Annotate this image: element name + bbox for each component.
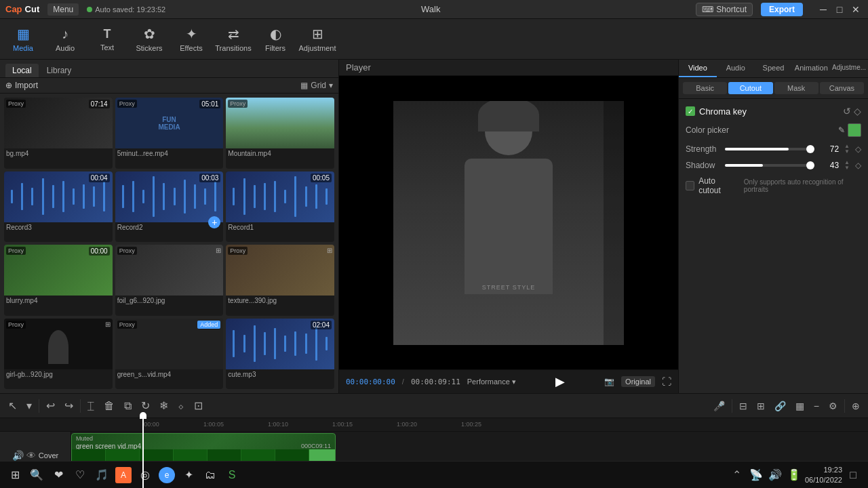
minus-button[interactable]: − [811, 399, 822, 413]
shortcut-button[interactable]: ⌨ Shortcut [696, 3, 753, 16]
tab-audio[interactable]: Audio [717, 60, 755, 77]
media-item-foil[interactable]: Proxy ⊞ foil_g6...920.jpg [115, 245, 224, 316]
tab-speed[interactable]: Speed [755, 60, 793, 77]
media-item-blurry[interactable]: 00:00 Proxy blurry.mp4 [4, 245, 113, 316]
group-button[interactable]: ▦ [793, 399, 807, 413]
mic-button[interactable]: 🎤 [711, 399, 728, 413]
split-right-button[interactable]: ⊟ [736, 399, 750, 413]
zoom-fit-button[interactable]: ⊕ [849, 399, 863, 413]
tab-library[interactable]: Library [40, 64, 79, 77]
filters-icon: ◐ [270, 26, 281, 42]
strength-slider[interactable] [725, 148, 813, 150]
menu-button[interactable]: Menu [47, 3, 79, 16]
undo-button[interactable]: ↩ [43, 398, 58, 413]
media-duration: 07:14 [89, 100, 110, 108]
strength-down-arrow[interactable]: ▼ [844, 149, 850, 155]
toolbar-media[interactable]: ▦ Media [3, 21, 43, 58]
loop-button[interactable]: ↻ [138, 398, 153, 413]
tab-adjustment[interactable]: Adjustme... [830, 60, 868, 77]
battery-icon[interactable]: 🔋 [786, 467, 802, 483]
media-item-record1[interactable]: 00:05 Record1 [226, 171, 334, 243]
media-item-funmedia[interactable]: FUNMEDIA 05:01 Proxy 5minut...ree.mp4 [115, 98, 224, 169]
taskbar-app-5[interactable]: ◎ [137, 467, 153, 483]
volume-icon[interactable]: 🔊 [767, 467, 783, 483]
media-item-record2[interactable]: 00:03 + Record2 [115, 171, 224, 243]
strength-thumb[interactable] [806, 145, 814, 153]
minimize-button[interactable]: ─ [816, 4, 830, 15]
delete-button[interactable]: 🗑 [101, 399, 117, 413]
autocutout-checkbox[interactable] [686, 181, 694, 190]
toolbar-transitions[interactable]: ⇄ Transitions [213, 21, 254, 58]
arrow-down-button[interactable]: ▾ [24, 398, 35, 413]
performance-dropdown[interactable]: Performance ▾ [467, 378, 516, 386]
media-item-texture[interactable]: Proxy ⊞ texture...390.jpg [226, 245, 334, 316]
color-swatch[interactable] [848, 123, 861, 137]
toolbar-text[interactable]: T Text [87, 21, 127, 58]
link-button[interactable]: 🔗 [772, 399, 789, 413]
eyedropper-button[interactable]: ✎ [838, 123, 845, 137]
shadow-slider[interactable] [725, 164, 813, 167]
taskbar-app-8[interactable]: 🗂 [202, 467, 218, 483]
media-item-girl[interactable]: Proxy ⊞ girl-gb...920.jpg [4, 319, 113, 390]
media-item-cute[interactable]: 02:04 cute.mp3 [226, 319, 334, 390]
chromakey-checkbox[interactable]: ✓ [686, 106, 695, 116]
copy-button[interactable]: ⧉ [121, 399, 134, 413]
split-button[interactable]: ⌶ [85, 399, 97, 413]
tab-local[interactable]: Local [5, 64, 39, 77]
shadow-reset[interactable]: ◇ [855, 161, 861, 170]
subtab-canvas[interactable]: Canvas [820, 82, 864, 94]
reset-button[interactable]: ↺ [843, 106, 851, 117]
shadow-down-arrow[interactable]: ▼ [844, 165, 850, 171]
taskbar-app-1[interactable]: ❤ [50, 467, 66, 483]
subtab-cutout[interactable]: Cutout [728, 82, 772, 94]
taskbar-app-4[interactable]: A [115, 467, 132, 483]
notification-button[interactable]: □ [845, 467, 861, 483]
export-button[interactable]: Export [761, 3, 803, 16]
network-icon[interactable]: 📡 [748, 467, 764, 483]
text-icon: T [104, 27, 111, 41]
subtab-basic[interactable]: Basic [683, 82, 727, 94]
strength-label: Strength [686, 144, 719, 154]
search-taskbar-button[interactable]: 🔍 [28, 467, 45, 483]
media-item-bg[interactable]: 07:14 Proxy bg.mp4 [4, 98, 113, 169]
close-button[interactable]: ✕ [849, 4, 863, 15]
toolbar-effects[interactable]: ✦ Effects [171, 21, 212, 58]
original-button[interactable]: Original [621, 376, 655, 387]
taskbar-app-9[interactable]: S [224, 467, 240, 483]
tab-animation[interactable]: Animation [792, 60, 830, 77]
track-mute-button[interactable]: 🔊 [12, 450, 24, 461]
toolbar-adjustment[interactable]: ⊞ Adjustment [297, 21, 338, 58]
toolbar-audio[interactable]: ♪ Audio [45, 21, 85, 58]
subtab-mask[interactable]: Mask [774, 82, 818, 94]
system-tray-icon[interactable]: ⌃ [729, 467, 745, 483]
toolbar-stickers[interactable]: ✿ Stickers [129, 21, 170, 58]
select-tool-button[interactable]: ↖ [5, 398, 20, 413]
merge-button[interactable]: ⊞ [754, 399, 768, 413]
keyframe-button[interactable]: ⬦ [175, 399, 187, 413]
maximize-button[interactable]: □ [833, 4, 846, 15]
tab-video[interactable]: Video [679, 60, 717, 77]
taskbar-app-7[interactable]: ✦ [180, 467, 197, 483]
taskbar-app-2[interactable]: ♡ [72, 467, 88, 483]
diamond-reset-button[interactable]: ◇ [854, 106, 861, 117]
grid-button[interactable]: ▦ Grid ▾ [300, 81, 333, 90]
settings-button[interactable]: ⚙ [826, 399, 840, 413]
import-button[interactable]: ⊕ Import [5, 81, 38, 90]
screenshot-button[interactable]: 📷 [604, 377, 614, 386]
play-button[interactable]: ▶ [555, 374, 565, 389]
track-eye-button[interactable]: 👁 [26, 450, 36, 461]
freeze-button[interactable]: ❄ [157, 398, 171, 413]
media-item-mountain[interactable]: Proxy Mountain.mp4 [226, 98, 334, 169]
start-button[interactable]: ⊞ [7, 467, 23, 483]
strength-reset[interactable]: ◇ [855, 144, 861, 154]
fullscreen-button[interactable]: ⛶ [662, 376, 671, 387]
media-item-record3[interactable]: 00:04 Record3 [4, 171, 113, 243]
time-separator: / [402, 378, 404, 386]
crop-button[interactable]: ⊡ [191, 398, 205, 413]
taskbar-app-6[interactable]: e [159, 467, 175, 483]
shadow-thumb[interactable] [806, 161, 814, 169]
toolbar-filters[interactable]: ◐ Filters [255, 21, 296, 58]
redo-button[interactable]: ↪ [62, 398, 76, 413]
taskbar-app-3[interactable]: 🎵 [94, 467, 110, 483]
media-item-greenscreen[interactable]: 00:10 Proxy Added green_s...vid.mp4 [115, 319, 224, 390]
